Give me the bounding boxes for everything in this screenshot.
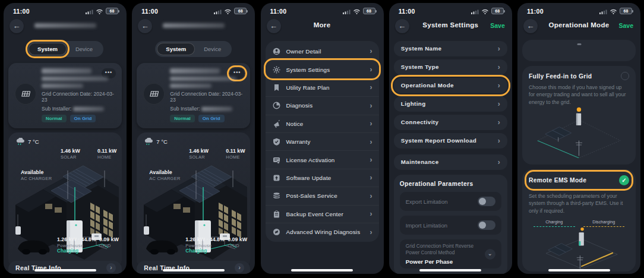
export-limitation-row: Export Limitation [400, 192, 501, 211]
battery-icon: 68 [620, 8, 632, 14]
fully-feed-in-card[interactable]: Fully Feed-in to Grid Choose this mode i… [522, 66, 636, 165]
export-limitation-toggle[interactable] [478, 197, 495, 206]
wifi-icon [224, 6, 232, 17]
discharging-legend: Discharging [583, 219, 625, 227]
flow-legend: Charging Discharging [529, 219, 629, 227]
cellular-signal-icon [214, 6, 222, 17]
home-load-label: 0.11 kW HOME [97, 148, 116, 160]
bookmark-icon [272, 84, 281, 91]
sub-installer-row: Sub Installer: [42, 106, 115, 112]
menu-item-owner-detail[interactable]: Owner Detail › [266, 42, 379, 60]
remote-ems-description: Set the scheduling parameters of your sy… [529, 192, 629, 214]
home-indicator [34, 269, 96, 271]
back-button[interactable]: ← [10, 19, 24, 33]
import-limitation-row: Import Limitation [400, 216, 501, 235]
redacted-page-title [34, 23, 96, 28]
back-button[interactable]: ← [138, 19, 152, 33]
redacted-installer-name [73, 107, 104, 111]
weather-widget: 7 °C [15, 138, 39, 146]
rain-cloud-icon [144, 138, 154, 146]
reverse-power-control-dropdown[interactable]: Grid Connection Point Reverse Power Cont… [400, 239, 501, 268]
shield-check-icon [272, 138, 281, 146]
radio-unselected-icon[interactable] [621, 72, 629, 80]
settings-item-lighting[interactable]: Lighting› [394, 96, 507, 112]
menu-item-post-sales-service[interactable]: Post-Sales Service › [266, 187, 379, 204]
import-limitation-toggle[interactable] [478, 220, 495, 230]
compass-icon [272, 228, 281, 236]
tab-system[interactable]: System [157, 43, 195, 55]
system-card[interactable]: ••• Grid Connection Date: 2024-03-23 Sub… [8, 63, 122, 128]
menu-item-warranty[interactable]: Warranty › [266, 132, 379, 150]
wifi-icon [353, 6, 361, 17]
chevron-right-icon: › [370, 156, 372, 164]
chevron-right-icon: › [370, 47, 372, 55]
remote-ems-card[interactable]: Remote EMS Mode ✓ Set the scheduling par… [522, 169, 636, 271]
grid-label: 0.09 kW GRID [228, 236, 247, 248]
status-bar: 11:00 68 [4, 3, 127, 15]
menu-item-system-settings[interactable]: System Settings › [266, 60, 379, 78]
ac-charger-label: Available AC CHARGER [21, 169, 52, 181]
menu-item-advanced-wiring-diagnosis[interactable]: Advanced Wiring Diagnosis › [266, 223, 379, 241]
chevron-right-icon: › [498, 118, 500, 127]
system-card[interactable]: ••• Grid Connection Date: 2024-03-23 Sub… [137, 63, 250, 128]
chevron-right-icon: › [498, 158, 500, 166]
settings-item-maintenance[interactable]: Maintenance› [394, 154, 507, 170]
tab-device[interactable]: Device [67, 43, 102, 55]
chevron-right-icon: › [106, 263, 116, 273]
solar-output-label: 1.46 kW SOLAR [61, 148, 80, 160]
settings-item-system-name[interactable]: System Name› [394, 41, 507, 56]
rain-cloud-icon [15, 138, 26, 146]
settings-item-system-type[interactable]: System Type› [394, 59, 507, 75]
solar-panel-avatar-icon [15, 83, 36, 105]
settings-list: System Name› System Type› Operational Mo… [389, 35, 512, 274]
save-button[interactable]: Save [618, 22, 633, 29]
chevron-right-icon: › [370, 192, 372, 200]
chevron-right-icon: › [370, 65, 372, 74]
megaphone-icon [272, 120, 281, 128]
grid-connection-date: Grid Connection Date: 2024-03-23 [42, 91, 115, 103]
phone-screen-system-tab: 11:00 68 ← System Device ••• Grid [4, 3, 127, 274]
real-time-info-bar[interactable]: Real Time Info › [8, 261, 122, 274]
battery-icon: 68 [491, 8, 504, 14]
redacted-serial [42, 84, 83, 88]
home-indicator [291, 269, 353, 271]
nav-header: ← System Settings Save [389, 18, 512, 35]
status-badge-on-grid: On Grid [198, 115, 225, 122]
battery-icon: 68 [106, 8, 118, 14]
tab-system[interactable]: System [29, 43, 67, 55]
save-button[interactable]: Save [490, 22, 505, 29]
nav-header: ← [132, 18, 255, 35]
remote-ems-title-row[interactable]: Remote EMS Mode ✓ [526, 172, 632, 189]
status-badge-on-grid: On Grid [70, 115, 96, 122]
status-time: 11:00 [270, 8, 287, 15]
chevron-right-icon: › [370, 138, 372, 146]
settings-item-operational-mode[interactable]: Operational Mode› [394, 78, 507, 93]
pie-chart-icon [272, 102, 281, 109]
battery-icon: 68 [363, 8, 375, 14]
real-time-info-bar[interactable]: Real Time Info › [137, 261, 250, 274]
grid-connection-date: Grid Connection Date: 2024-03-23 [170, 91, 243, 103]
operational-parameters-card: Operational Parameters Export Limitation… [394, 175, 507, 274]
solar-output-label: 1.46 kW SOLAR [189, 148, 209, 160]
remote-ems-diagram [529, 227, 629, 271]
settings-item-connectivity[interactable]: Connectivity› [394, 115, 507, 130]
tab-device[interactable]: Device [195, 43, 230, 55]
energy-flow-card[interactable]: 7 °C [137, 132, 250, 268]
settings-item-system-report-download[interactable]: System Report Download› [394, 133, 507, 149]
fully-feed-in-title: Fully Feed-in to Grid [529, 73, 592, 80]
phone-screen-system-settings: 11:00 68 ← System Settings Save System N… [389, 3, 512, 274]
menu-item-utility-rate-plan[interactable]: Utility Rate Plan › [266, 78, 379, 96]
nav-header: ← Operational Mode Save [517, 18, 640, 35]
chevron-right-icon: › [370, 102, 372, 110]
status-time: 11:00 [13, 8, 30, 15]
menu-item-diagnosis[interactable]: Diagnosis › [266, 96, 379, 114]
page-title: More [261, 21, 384, 29]
menu-item-notice[interactable]: Notice › [266, 115, 379, 132]
menu-item-backup-event-center[interactable]: Backup Event Center › [266, 205, 379, 223]
menu-item-software-update[interactable]: Software Update › [266, 169, 379, 187]
gear-icon [272, 66, 281, 74]
cellular-signal-icon [471, 6, 479, 17]
menu-item-license-activation[interactable]: License Activation › [266, 150, 379, 168]
check-selected-icon[interactable]: ✓ [619, 175, 629, 185]
energy-flow-card[interactable]: 7 °C [8, 132, 122, 268]
